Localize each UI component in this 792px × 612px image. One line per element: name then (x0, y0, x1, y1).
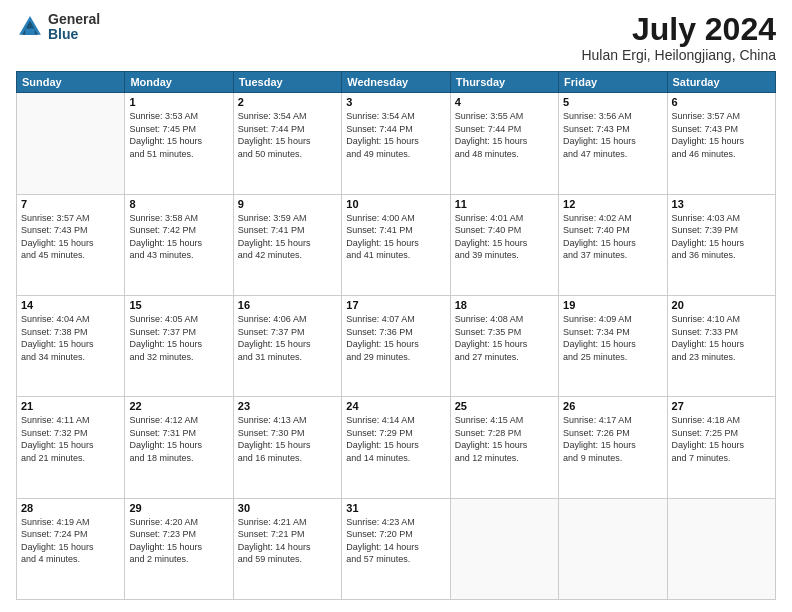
day-number: 13 (672, 198, 771, 210)
day-header-wednesday: Wednesday (342, 72, 450, 93)
calendar-cell: 8Sunrise: 3:58 AM Sunset: 7:42 PM Daylig… (125, 194, 233, 295)
day-info: Sunrise: 4:11 AM Sunset: 7:32 PM Dayligh… (21, 414, 120, 464)
day-info: Sunrise: 3:56 AM Sunset: 7:43 PM Dayligh… (563, 110, 662, 160)
calendar-cell: 28Sunrise: 4:19 AM Sunset: 7:24 PM Dayli… (17, 498, 125, 599)
calendar-cell: 15Sunrise: 4:05 AM Sunset: 7:37 PM Dayli… (125, 295, 233, 396)
day-number: 16 (238, 299, 337, 311)
day-header-thursday: Thursday (450, 72, 558, 93)
calendar-week-3: 21Sunrise: 4:11 AM Sunset: 7:32 PM Dayli… (17, 397, 776, 498)
day-number: 2 (238, 96, 337, 108)
day-number: 24 (346, 400, 445, 412)
calendar-cell: 25Sunrise: 4:15 AM Sunset: 7:28 PM Dayli… (450, 397, 558, 498)
calendar-cell (559, 498, 667, 599)
day-info: Sunrise: 4:15 AM Sunset: 7:28 PM Dayligh… (455, 414, 554, 464)
day-header-saturday: Saturday (667, 72, 775, 93)
calendar-cell: 13Sunrise: 4:03 AM Sunset: 7:39 PM Dayli… (667, 194, 775, 295)
calendar-cell: 18Sunrise: 4:08 AM Sunset: 7:35 PM Dayli… (450, 295, 558, 396)
calendar-header-row: SundayMondayTuesdayWednesdayThursdayFrid… (17, 72, 776, 93)
day-number: 26 (563, 400, 662, 412)
calendar-cell: 31Sunrise: 4:23 AM Sunset: 7:20 PM Dayli… (342, 498, 450, 599)
day-number: 3 (346, 96, 445, 108)
day-info: Sunrise: 4:01 AM Sunset: 7:40 PM Dayligh… (455, 212, 554, 262)
day-number: 17 (346, 299, 445, 311)
day-info: Sunrise: 4:05 AM Sunset: 7:37 PM Dayligh… (129, 313, 228, 363)
day-info: Sunrise: 3:54 AM Sunset: 7:44 PM Dayligh… (238, 110, 337, 160)
day-info: Sunrise: 4:13 AM Sunset: 7:30 PM Dayligh… (238, 414, 337, 464)
day-number: 12 (563, 198, 662, 210)
calendar-cell: 24Sunrise: 4:14 AM Sunset: 7:29 PM Dayli… (342, 397, 450, 498)
day-number: 27 (672, 400, 771, 412)
calendar-cell (17, 93, 125, 194)
day-info: Sunrise: 4:21 AM Sunset: 7:21 PM Dayligh… (238, 516, 337, 566)
day-info: Sunrise: 4:06 AM Sunset: 7:37 PM Dayligh… (238, 313, 337, 363)
day-number: 9 (238, 198, 337, 210)
calendar-cell: 23Sunrise: 4:13 AM Sunset: 7:30 PM Dayli… (233, 397, 341, 498)
day-number: 25 (455, 400, 554, 412)
day-header-friday: Friday (559, 72, 667, 93)
day-info: Sunrise: 4:12 AM Sunset: 7:31 PM Dayligh… (129, 414, 228, 464)
day-info: Sunrise: 4:20 AM Sunset: 7:23 PM Dayligh… (129, 516, 228, 566)
day-number: 18 (455, 299, 554, 311)
calendar-week-1: 7Sunrise: 3:57 AM Sunset: 7:43 PM Daylig… (17, 194, 776, 295)
day-number: 5 (563, 96, 662, 108)
calendar-cell: 11Sunrise: 4:01 AM Sunset: 7:40 PM Dayli… (450, 194, 558, 295)
calendar-table: SundayMondayTuesdayWednesdayThursdayFrid… (16, 71, 776, 600)
calendar-cell: 7Sunrise: 3:57 AM Sunset: 7:43 PM Daylig… (17, 194, 125, 295)
calendar-cell: 16Sunrise: 4:06 AM Sunset: 7:37 PM Dayli… (233, 295, 341, 396)
calendar-cell (450, 498, 558, 599)
calendar-cell: 19Sunrise: 4:09 AM Sunset: 7:34 PM Dayli… (559, 295, 667, 396)
logo-general: General (48, 12, 100, 27)
calendar-cell: 12Sunrise: 4:02 AM Sunset: 7:40 PM Dayli… (559, 194, 667, 295)
day-number: 19 (563, 299, 662, 311)
calendar-cell: 17Sunrise: 4:07 AM Sunset: 7:36 PM Dayli… (342, 295, 450, 396)
day-info: Sunrise: 4:04 AM Sunset: 7:38 PM Dayligh… (21, 313, 120, 363)
calendar-cell: 22Sunrise: 4:12 AM Sunset: 7:31 PM Dayli… (125, 397, 233, 498)
day-info: Sunrise: 3:53 AM Sunset: 7:45 PM Dayligh… (129, 110, 228, 160)
day-info: Sunrise: 4:17 AM Sunset: 7:26 PM Dayligh… (563, 414, 662, 464)
day-number: 29 (129, 502, 228, 514)
day-number: 4 (455, 96, 554, 108)
calendar-cell: 30Sunrise: 4:21 AM Sunset: 7:21 PM Dayli… (233, 498, 341, 599)
title-block: July 2024 Hulan Ergi, Heilongjiang, Chin… (581, 12, 776, 63)
calendar-cell: 20Sunrise: 4:10 AM Sunset: 7:33 PM Dayli… (667, 295, 775, 396)
logo-icon (16, 13, 44, 41)
day-number: 15 (129, 299, 228, 311)
logo-text: General Blue (48, 12, 100, 43)
calendar-cell: 1Sunrise: 3:53 AM Sunset: 7:45 PM Daylig… (125, 93, 233, 194)
calendar-cell: 29Sunrise: 4:20 AM Sunset: 7:23 PM Dayli… (125, 498, 233, 599)
day-info: Sunrise: 4:03 AM Sunset: 7:39 PM Dayligh… (672, 212, 771, 262)
day-info: Sunrise: 3:59 AM Sunset: 7:41 PM Dayligh… (238, 212, 337, 262)
day-info: Sunrise: 4:19 AM Sunset: 7:24 PM Dayligh… (21, 516, 120, 566)
page: General Blue July 2024 Hulan Ergi, Heilo… (0, 0, 792, 612)
day-info: Sunrise: 4:10 AM Sunset: 7:33 PM Dayligh… (672, 313, 771, 363)
calendar-week-4: 28Sunrise: 4:19 AM Sunset: 7:24 PM Dayli… (17, 498, 776, 599)
day-number: 7 (21, 198, 120, 210)
calendar-cell: 27Sunrise: 4:18 AM Sunset: 7:25 PM Dayli… (667, 397, 775, 498)
calendar-cell: 2Sunrise: 3:54 AM Sunset: 7:44 PM Daylig… (233, 93, 341, 194)
day-info: Sunrise: 4:09 AM Sunset: 7:34 PM Dayligh… (563, 313, 662, 363)
day-info: Sunrise: 4:08 AM Sunset: 7:35 PM Dayligh… (455, 313, 554, 363)
day-info: Sunrise: 4:02 AM Sunset: 7:40 PM Dayligh… (563, 212, 662, 262)
calendar-cell: 3Sunrise: 3:54 AM Sunset: 7:44 PM Daylig… (342, 93, 450, 194)
subtitle: Hulan Ergi, Heilongjiang, China (581, 47, 776, 63)
svg-rect-2 (25, 29, 34, 35)
day-header-tuesday: Tuesday (233, 72, 341, 93)
calendar-week-2: 14Sunrise: 4:04 AM Sunset: 7:38 PM Dayli… (17, 295, 776, 396)
calendar-cell: 21Sunrise: 4:11 AM Sunset: 7:32 PM Dayli… (17, 397, 125, 498)
day-info: Sunrise: 3:57 AM Sunset: 7:43 PM Dayligh… (672, 110, 771, 160)
logo: General Blue (16, 12, 100, 43)
calendar-cell: 26Sunrise: 4:17 AM Sunset: 7:26 PM Dayli… (559, 397, 667, 498)
day-number: 11 (455, 198, 554, 210)
calendar-cell (667, 498, 775, 599)
day-number: 1 (129, 96, 228, 108)
main-title: July 2024 (581, 12, 776, 47)
day-info: Sunrise: 3:55 AM Sunset: 7:44 PM Dayligh… (455, 110, 554, 160)
day-header-monday: Monday (125, 72, 233, 93)
day-number: 30 (238, 502, 337, 514)
day-number: 23 (238, 400, 337, 412)
day-number: 6 (672, 96, 771, 108)
day-info: Sunrise: 3:57 AM Sunset: 7:43 PM Dayligh… (21, 212, 120, 262)
calendar-cell: 4Sunrise: 3:55 AM Sunset: 7:44 PM Daylig… (450, 93, 558, 194)
header: General Blue July 2024 Hulan Ergi, Heilo… (16, 12, 776, 63)
calendar-cell: 6Sunrise: 3:57 AM Sunset: 7:43 PM Daylig… (667, 93, 775, 194)
